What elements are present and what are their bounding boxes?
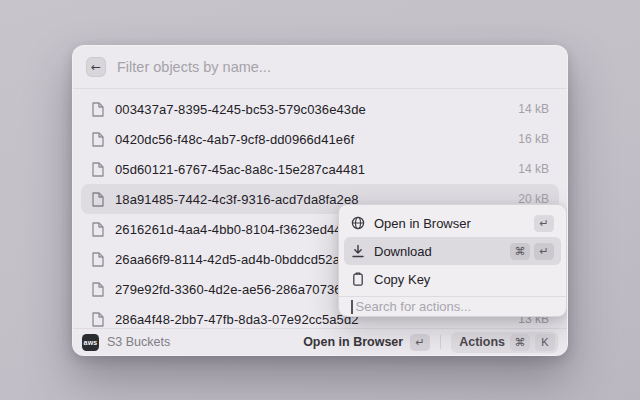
actions-button[interactable]: Actions ⌘ K — [451, 332, 558, 353]
primary-action-button[interactable]: Open in Browser ↵ — [303, 334, 430, 351]
search-header: ← — [73, 46, 567, 89]
object-name: 18a91485-7442-4c3f-9316-acd7da8fa2e8 — [115, 192, 359, 207]
object-name: 05d60121-6767-45ac-8a8c-15e287ca4481 — [115, 162, 365, 177]
clipboard-icon — [351, 272, 365, 286]
status-bar: aws S3 Buckets Open in Browser ↵ Actions… — [73, 328, 567, 355]
actions-menu: Open in Browser ↵ Download ⌘ ↵ Copy Key — [338, 204, 567, 317]
document-icon — [91, 162, 104, 177]
object-name: 26aa66f9-8114-42d5-ad4b-0bddcd52abba — [115, 252, 362, 267]
object-name: 286a4f48-2bb7-47fb-8da3-07e92cc5a5d2 — [115, 312, 359, 327]
return-key-icon: ↵ — [534, 243, 554, 260]
object-size: 14 kB — [518, 162, 549, 176]
actions-menu-items: Open in Browser ↵ Download ⌘ ↵ Copy Key — [339, 205, 566, 295]
object-name: 0420dc56-f48c-4ab7-9cf8-dd0966d41e6f — [115, 132, 354, 147]
return-key-icon: ↵ — [410, 334, 430, 351]
list-item[interactable]: 05d60121-6767-45ac-8a8c-15e287ca4481 14 … — [81, 154, 559, 184]
object-name: 279e92fd-3360-4d2e-ae56-286a70736fb2 — [115, 282, 360, 297]
actions-search-placeholder: Search for actions... — [354, 299, 472, 314]
list-item[interactable]: 003437a7-8395-4245-bc53-579c036e43de 14 … — [81, 94, 559, 124]
globe-icon — [351, 216, 365, 230]
filter-objects-input[interactable] — [117, 59, 554, 75]
k-key-icon: K — [535, 334, 555, 351]
footer-divider — [440, 335, 441, 349]
document-icon — [91, 252, 104, 267]
actions-search-input[interactable]: Search for actions... — [339, 297, 566, 316]
document-icon — [91, 102, 104, 117]
return-key-icon: ↵ — [534, 215, 554, 232]
document-icon — [91, 222, 104, 237]
menu-item-download[interactable]: Download ⌘ ↵ — [344, 237, 561, 265]
object-name: 003437a7-8395-4245-bc53-579c036e43de — [115, 102, 366, 117]
object-size: 14 kB — [518, 102, 549, 116]
launcher-window: ← 003437a7-8395-4245-bc53-579c036e43de 1… — [72, 45, 568, 356]
document-icon — [91, 282, 104, 297]
menu-item-copy-key[interactable]: Copy Key — [344, 265, 561, 293]
object-name: 2616261d-4aa4-4bb0-8104-f3623ed4415a — [115, 222, 364, 237]
document-icon — [91, 132, 104, 147]
document-icon — [91, 312, 104, 327]
back-arrow-icon: ← — [91, 61, 101, 73]
extension-name: S3 Buckets — [107, 335, 170, 349]
document-icon — [91, 192, 104, 207]
list-item[interactable]: 0420dc56-f48c-4ab7-9cf8-dd0966d41e6f 16 … — [81, 124, 559, 154]
aws-logo-icon: aws — [82, 334, 99, 351]
command-key-icon: ⌘ — [510, 334, 530, 351]
object-size: 16 kB — [518, 132, 549, 146]
download-icon — [351, 244, 365, 258]
back-button[interactable]: ← — [86, 57, 106, 77]
text-cursor — [351, 300, 353, 314]
command-key-icon: ⌘ — [510, 243, 530, 260]
menu-item-open-in-browser[interactable]: Open in Browser ↵ — [344, 209, 561, 237]
